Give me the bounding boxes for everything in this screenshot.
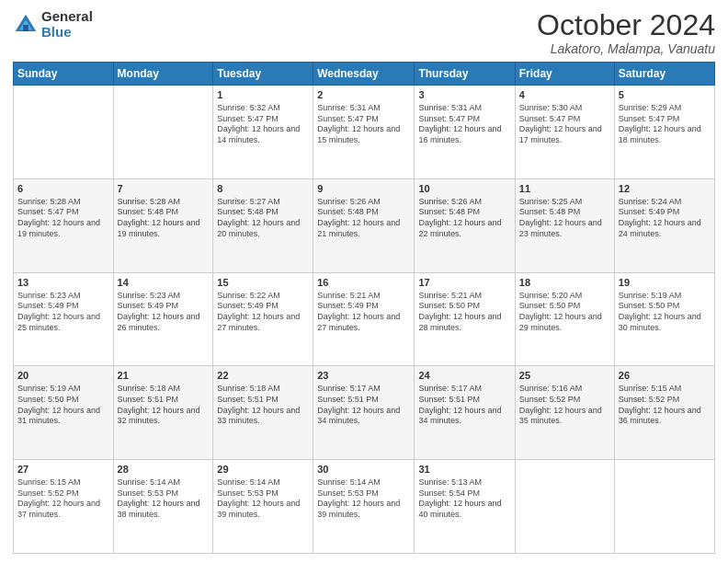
header: General Blue October 2024 Lakatoro, Mala… <box>13 9 715 56</box>
calendar-body: 1Sunrise: 5:32 AMSunset: 5:47 PMDaylight… <box>14 86 715 554</box>
day-info-8: Sunrise: 5:27 AMSunset: 5:48 PMDaylight:… <box>217 197 309 240</box>
day-number-13: 13 <box>17 276 109 290</box>
day-number-15: 15 <box>217 276 309 290</box>
cell-4-5: 24Sunrise: 5:17 AMSunset: 5:51 PMDayligh… <box>415 366 515 460</box>
day-info-23: Sunrise: 5:17 AMSunset: 5:51 PMDaylight:… <box>317 384 410 427</box>
cell-3-1: 13Sunrise: 5:23 AMSunset: 5:49 PMDayligh… <box>14 272 114 366</box>
day-number-8: 8 <box>217 182 309 196</box>
day-info-19: Sunrise: 5:19 AMSunset: 5:50 PMDaylight:… <box>619 291 711 334</box>
cell-5-3: 29Sunrise: 5:14 AMSunset: 5:53 PMDayligh… <box>213 460 313 554</box>
cell-4-2: 21Sunrise: 5:18 AMSunset: 5:51 PMDayligh… <box>113 366 213 460</box>
day-info-29: Sunrise: 5:14 AMSunset: 5:53 PMDaylight:… <box>217 477 309 521</box>
cell-1-2 <box>113 86 213 179</box>
day-info-6: Sunrise: 5:28 AMSunset: 5:47 PMDaylight:… <box>17 197 109 240</box>
day-info-13: Sunrise: 5:23 AMSunset: 5:49 PMDaylight:… <box>17 291 109 334</box>
col-friday: Friday <box>515 63 614 86</box>
logo-icon <box>13 12 39 38</box>
week-row-2: 6Sunrise: 5:28 AMSunset: 5:47 PMDaylight… <box>14 178 715 272</box>
cell-1-6: 4Sunrise: 5:30 AMSunset: 5:47 PMDaylight… <box>515 86 614 179</box>
day-number-24: 24 <box>418 369 510 383</box>
day-number-5: 5 <box>619 88 711 102</box>
logo-text: General Blue <box>41 9 93 40</box>
day-info-12: Sunrise: 5:24 AMSunset: 5:49 PMDaylight:… <box>619 197 711 240</box>
col-monday: Monday <box>113 63 213 86</box>
day-info-11: Sunrise: 5:25 AMSunset: 5:48 PMDaylight:… <box>519 197 610 240</box>
cell-3-3: 15Sunrise: 5:22 AMSunset: 5:49 PMDayligh… <box>213 272 313 366</box>
cell-3-6: 18Sunrise: 5:20 AMSunset: 5:50 PMDayligh… <box>515 272 614 366</box>
cell-1-5: 3Sunrise: 5:31 AMSunset: 5:47 PMDaylight… <box>415 86 515 179</box>
day-info-14: Sunrise: 5:23 AMSunset: 5:49 PMDaylight:… <box>118 291 210 334</box>
day-number-29: 29 <box>217 463 309 477</box>
col-saturday: Saturday <box>614 63 714 86</box>
day-number-20: 20 <box>17 369 109 383</box>
day-info-2: Sunrise: 5:31 AMSunset: 5:47 PMDaylight:… <box>317 103 410 146</box>
day-number-21: 21 <box>118 369 210 383</box>
day-number-19: 19 <box>619 276 711 290</box>
day-info-4: Sunrise: 5:30 AMSunset: 5:47 PMDaylight:… <box>519 103 610 146</box>
day-number-28: 28 <box>118 463 210 477</box>
main-title: October 2024 <box>537 9 715 41</box>
cell-2-7: 12Sunrise: 5:24 AMSunset: 5:49 PMDayligh… <box>614 178 714 272</box>
day-info-21: Sunrise: 5:18 AMSunset: 5:51 PMDaylight:… <box>118 384 210 427</box>
day-number-16: 16 <box>317 276 410 290</box>
day-number-26: 26 <box>619 369 711 383</box>
page: General Blue October 2024 Lakatoro, Mala… <box>0 0 728 563</box>
week-row-3: 13Sunrise: 5:23 AMSunset: 5:49 PMDayligh… <box>14 272 715 366</box>
cell-1-4: 2Sunrise: 5:31 AMSunset: 5:47 PMDaylight… <box>313 86 415 179</box>
day-number-31: 31 <box>418 463 510 477</box>
day-number-9: 9 <box>317 182 410 196</box>
day-info-9: Sunrise: 5:26 AMSunset: 5:48 PMDaylight:… <box>317 197 410 240</box>
week-row-4: 20Sunrise: 5:19 AMSunset: 5:50 PMDayligh… <box>14 366 715 460</box>
cell-4-4: 23Sunrise: 5:17 AMSunset: 5:51 PMDayligh… <box>313 366 415 460</box>
day-number-12: 12 <box>619 182 711 196</box>
calendar-header: Sunday Monday Tuesday Wednesday Thursday… <box>14 63 715 86</box>
cell-1-7: 5Sunrise: 5:29 AMSunset: 5:47 PMDaylight… <box>614 86 714 179</box>
cell-4-1: 20Sunrise: 5:19 AMSunset: 5:50 PMDayligh… <box>14 366 114 460</box>
cell-5-7 <box>614 460 714 554</box>
day-info-25: Sunrise: 5:16 AMSunset: 5:52 PMDaylight:… <box>519 384 610 427</box>
col-wednesday: Wednesday <box>313 63 415 86</box>
day-number-11: 11 <box>519 182 610 196</box>
cell-2-6: 11Sunrise: 5:25 AMSunset: 5:48 PMDayligh… <box>515 178 614 272</box>
cell-2-3: 8Sunrise: 5:27 AMSunset: 5:48 PMDaylight… <box>213 178 313 272</box>
day-info-3: Sunrise: 5:31 AMSunset: 5:47 PMDaylight:… <box>418 103 510 146</box>
cell-2-1: 6Sunrise: 5:28 AMSunset: 5:47 PMDaylight… <box>14 178 114 272</box>
day-number-3: 3 <box>418 88 510 102</box>
cell-1-3: 1Sunrise: 5:32 AMSunset: 5:47 PMDaylight… <box>213 86 313 179</box>
day-number-6: 6 <box>17 182 109 196</box>
day-info-10: Sunrise: 5:26 AMSunset: 5:48 PMDaylight:… <box>418 197 510 240</box>
cell-3-7: 19Sunrise: 5:19 AMSunset: 5:50 PMDayligh… <box>614 272 714 366</box>
day-info-7: Sunrise: 5:28 AMSunset: 5:48 PMDaylight:… <box>118 197 210 240</box>
logo: General Blue <box>13 9 93 40</box>
week-row-5: 27Sunrise: 5:15 AMSunset: 5:52 PMDayligh… <box>14 460 715 554</box>
cell-3-2: 14Sunrise: 5:23 AMSunset: 5:49 PMDayligh… <box>113 272 213 366</box>
day-number-23: 23 <box>317 369 410 383</box>
day-number-14: 14 <box>118 276 210 290</box>
cell-4-6: 25Sunrise: 5:16 AMSunset: 5:52 PMDayligh… <box>515 366 614 460</box>
day-number-22: 22 <box>217 369 309 383</box>
cell-5-5: 31Sunrise: 5:13 AMSunset: 5:54 PMDayligh… <box>415 460 515 554</box>
cell-4-7: 26Sunrise: 5:15 AMSunset: 5:52 PMDayligh… <box>614 366 714 460</box>
col-tuesday: Tuesday <box>213 63 313 86</box>
cell-3-5: 17Sunrise: 5:21 AMSunset: 5:50 PMDayligh… <box>415 272 515 366</box>
col-thursday: Thursday <box>415 63 515 86</box>
day-info-5: Sunrise: 5:29 AMSunset: 5:47 PMDaylight:… <box>619 103 711 146</box>
cell-5-6 <box>515 460 614 554</box>
day-number-4: 4 <box>519 88 610 102</box>
day-info-26: Sunrise: 5:15 AMSunset: 5:52 PMDaylight:… <box>619 384 711 427</box>
calendar-table: Sunday Monday Tuesday Wednesday Thursday… <box>13 62 715 554</box>
title-section: October 2024 Lakatoro, Malampa, Vanuatu <box>537 9 715 56</box>
day-number-1: 1 <box>217 88 309 102</box>
day-number-10: 10 <box>418 182 510 196</box>
day-number-7: 7 <box>118 182 210 196</box>
day-info-15: Sunrise: 5:22 AMSunset: 5:49 PMDaylight:… <box>217 291 309 334</box>
day-number-18: 18 <box>519 276 610 290</box>
day-info-16: Sunrise: 5:21 AMSunset: 5:49 PMDaylight:… <box>317 291 410 334</box>
day-info-24: Sunrise: 5:17 AMSunset: 5:51 PMDaylight:… <box>418 384 510 427</box>
day-info-28: Sunrise: 5:14 AMSunset: 5:53 PMDaylight:… <box>118 477 210 521</box>
day-info-31: Sunrise: 5:13 AMSunset: 5:54 PMDaylight:… <box>418 477 510 521</box>
cell-2-5: 10Sunrise: 5:26 AMSunset: 5:48 PMDayligh… <box>415 178 515 272</box>
day-number-30: 30 <box>317 463 410 477</box>
day-number-2: 2 <box>317 88 410 102</box>
day-info-1: Sunrise: 5:32 AMSunset: 5:47 PMDaylight:… <box>217 103 309 146</box>
